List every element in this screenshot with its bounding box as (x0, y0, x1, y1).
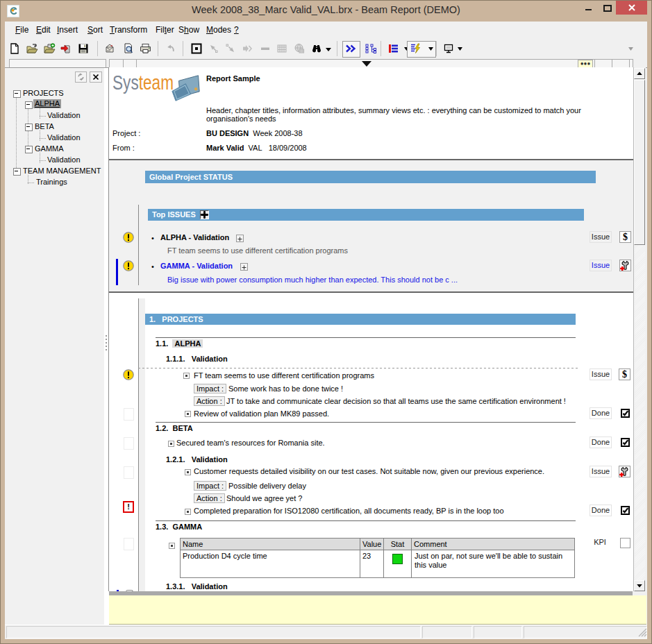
svg-text:$: $ (623, 232, 628, 242)
svg-text:$: $ (622, 369, 627, 380)
